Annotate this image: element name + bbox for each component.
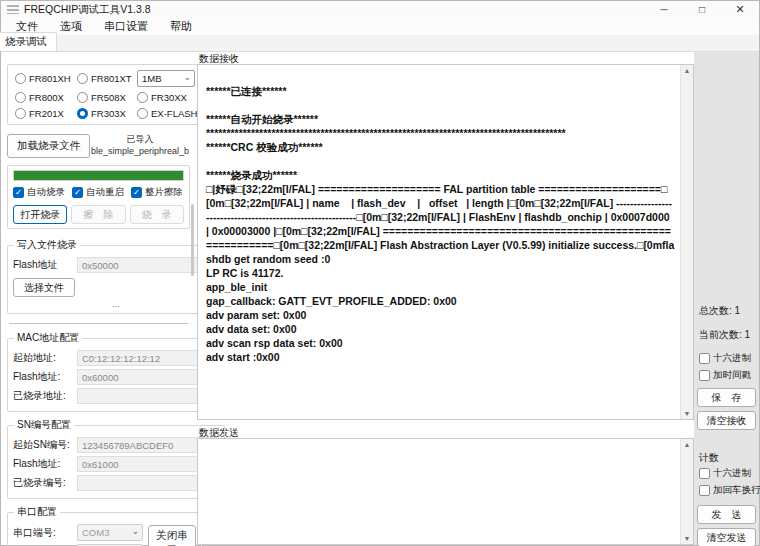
title-bar: FREQCHIP调试工具V1.3.8 ─ □ ✕: [1, 1, 759, 18]
serial-config-group: 串口配置 串口端号: COM3 波特率: 921600 关闭串口: [7, 505, 202, 546]
select-file-button[interactable]: 选择文件: [13, 278, 75, 297]
burn-button[interactable]: 烧 录: [130, 205, 184, 224]
receive-box[interactable]: ******已连接****** ******自动开始烧录****** *****…: [197, 64, 694, 420]
close-serial-button[interactable]: 关闭串口: [148, 525, 196, 546]
radio-selected-icon: [77, 108, 88, 119]
checkbox-icon: [699, 370, 710, 381]
menu-help[interactable]: 帮助: [159, 19, 203, 34]
mac-flash-label: Flash地址:: [13, 370, 77, 384]
maximize-button[interactable]: □: [683, 1, 721, 18]
checkbox-icon: [699, 485, 710, 496]
radio-label: FR801XH: [29, 73, 71, 84]
radio-icon: [77, 92, 88, 103]
radio-label: FR201X: [29, 108, 64, 119]
burn-buttons-row: 打开烧录 擦 除 烧 录: [13, 205, 184, 224]
current-count-label: 当前次数: 1: [699, 328, 750, 342]
write-flash-addr-label: Flash地址: [13, 258, 77, 272]
load-file-row: 加载烧录文件 已导入 ble_simple_periphreal_b: [7, 134, 190, 158]
close-button[interactable]: ✕: [721, 1, 759, 18]
radio-fr201x[interactable]: FR201X: [15, 108, 75, 119]
scroll-up-icon[interactable]: ▲: [684, 441, 691, 448]
total-count-label: 总次数: 1: [699, 304, 740, 318]
radio-fr508x[interactable]: FR508X: [77, 92, 135, 103]
receive-scrollbar[interactable]: ▲ ▼: [680, 65, 693, 419]
open-burn-button[interactable]: 打开烧录: [13, 205, 67, 224]
tab-burn-debug[interactable]: 烧录调试: [0, 32, 57, 51]
checkbox-timestamp[interactable]: 加时间戳: [699, 369, 751, 382]
checkbox-label: 整片擦除: [145, 186, 183, 199]
sn-config-group: SN编号配置 起始SN编号: Flash地址: 已烧录编号:: [7, 418, 225, 499]
scroll-up-icon[interactable]: ▲: [684, 67, 691, 74]
radio-fr303x[interactable]: FR303X: [77, 108, 135, 119]
checkbox-checked-icon: ✓: [13, 187, 24, 198]
checkbox-auto-restart[interactable]: ✓自动重启: [72, 186, 124, 199]
radio-fr801xh[interactable]: FR801XH: [15, 73, 75, 84]
save-button[interactable]: 保 存: [697, 388, 756, 407]
radio-icon: [15, 108, 26, 119]
serial-port-dropdown[interactable]: COM3: [77, 524, 143, 541]
flash-size-dropdown[interactable]: 1MB: [137, 70, 195, 87]
checkbox-icon: [699, 468, 710, 479]
window-controls: ─ □ ✕: [645, 1, 759, 18]
tab-strip: 烧录调试: [1, 35, 759, 52]
mac-config-group: MAC地址配置 起始地址: Flash地址: 已烧录地址:: [7, 331, 225, 412]
main-content: FR801XH FR801XT 1MB FR800X FR508X FR30XX…: [1, 52, 759, 545]
load-burn-file-button[interactable]: 加载烧录文件: [7, 134, 90, 158]
scroll-down-icon[interactable]: ▼: [684, 535, 691, 542]
radio-fr800x[interactable]: FR800X: [15, 92, 75, 103]
checkbox-checked-icon: ✓: [72, 187, 83, 198]
checkbox-label: 十六进制: [713, 352, 751, 365]
menu-serial-settings[interactable]: 串口设置: [93, 19, 159, 34]
left-panel: FR801XH FR801XT 1MB FR800X FR508X FR30XX…: [1, 52, 194, 545]
imported-file-name: ble_simple_periphreal_b: [90, 146, 190, 158]
radio-icon: [137, 92, 148, 103]
radio-label: FR303X: [91, 108, 126, 119]
checkbox-full-erase[interactable]: ✓整片擦除: [131, 186, 183, 199]
clear-receive-button[interactable]: 清空接收: [697, 411, 756, 430]
scroll-down-icon[interactable]: ▼: [684, 410, 691, 417]
radio-ex-flash[interactable]: EX-FLASH: [137, 108, 197, 119]
sn-config-title: SN编号配置: [14, 418, 74, 432]
section-divider: [9, 323, 188, 324]
checkbox-label: 加时间戳: [713, 369, 751, 382]
imported-label: 已导入: [90, 134, 190, 146]
checkbox-label: 自动烧录: [27, 186, 65, 199]
radio-fr801xt[interactable]: FR801XT: [77, 73, 135, 84]
radio-fr30xx[interactable]: FR30XX: [137, 92, 197, 103]
burn-options-row: ✓自动烧录 ✓自动重启 ✓整片擦除: [13, 186, 184, 199]
erase-button[interactable]: 擦 除: [71, 205, 125, 224]
radio-label: FR508X: [91, 92, 126, 103]
radio-label: EX-FLASH: [151, 108, 197, 119]
receive-log: ******已连接****** ******自动开始烧录****** *****…: [198, 65, 693, 369]
mac-start-label: 起始地址:: [13, 351, 77, 365]
radio-label: FR30XX: [151, 92, 187, 103]
radio-icon: [77, 73, 88, 84]
checkbox-label: 自动重启: [86, 186, 124, 199]
send-button[interactable]: 发 送: [697, 505, 756, 524]
checkbox-recv-hex[interactable]: 十六进制: [699, 352, 751, 365]
minimize-button[interactable]: ─: [645, 1, 683, 18]
sn-flash-label: Flash地址:: [13, 457, 77, 471]
checkbox-send-hex[interactable]: 十六进制: [699, 467, 751, 480]
left-panel-scrollbar[interactable]: [191, 204, 194, 276]
radio-icon: [15, 92, 26, 103]
clear-send-button[interactable]: 清空发送: [697, 528, 756, 546]
burn-progress-bar: [13, 170, 184, 181]
send-scrollbar[interactable]: ▲ ▼: [680, 439, 693, 544]
app-icon: [7, 5, 19, 14]
burn-control-group: ✓自动烧录 ✓自动重启 ✓整片擦除 打开烧录 擦 除 烧 录: [7, 165, 190, 229]
sn-start-label: 起始SN编号:: [13, 438, 77, 452]
send-box[interactable]: ▲ ▼: [197, 438, 694, 545]
count-label: 计数: [699, 451, 719, 465]
mac-burned-label: 已烧录地址:: [13, 389, 77, 403]
window-title: FREQCHIP调试工具V1.3.8: [24, 3, 151, 17]
checkbox-checked-icon: ✓: [131, 187, 142, 198]
checkbox-auto-burn[interactable]: ✓自动烧录: [13, 186, 65, 199]
side-control-strip: 总次数: 1 当前次数: 1 十六进制 加时间戳 保 存 清空接收 计数 十六进…: [694, 52, 759, 545]
checkbox-crlf[interactable]: 加回车换行: [699, 484, 760, 497]
checkbox-label: 十六进制: [713, 467, 751, 480]
progress-fill: [14, 171, 183, 180]
sn-burned-label: 已烧录编号:: [13, 476, 77, 490]
data-column: 数据接收 ******已连接****** ******自动开始烧录****** …: [194, 52, 694, 545]
serial-port-label: 串口端号:: [13, 526, 77, 540]
